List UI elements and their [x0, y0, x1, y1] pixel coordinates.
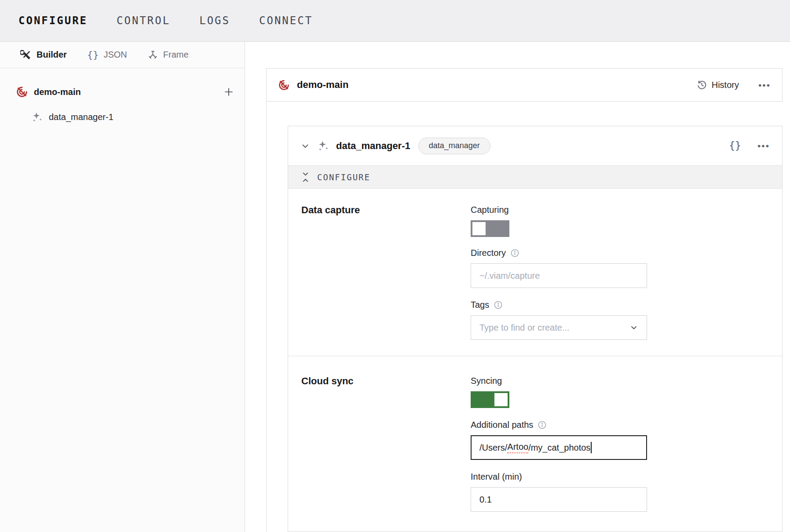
machine-part-tree: demo-main data_manager-1	[0, 68, 245, 127]
additional-paths-label: Additional paths	[471, 419, 647, 430]
group-outline	[266, 102, 267, 532]
section-heading: Data capture	[301, 204, 471, 216]
add-component-button[interactable]	[223, 87, 234, 97]
path-text: /my_cat_photos	[528, 443, 590, 453]
component-type-badge: data_manager	[418, 138, 490, 154]
main-content: demo-main History •••	[245, 42, 790, 532]
toggle-knob	[472, 222, 486, 235]
machine-menu-ellipsis-icon[interactable]: •••	[758, 80, 771, 90]
cloud-sync-section: Cloud sync Syncing Additional paths	[288, 356, 782, 525]
tags-label: Tags	[471, 299, 647, 310]
tree-item-machine[interactable]: demo-main	[0, 82, 245, 102]
interval-label: Interval (min)	[471, 471, 647, 482]
component-menu-ellipsis-icon[interactable]: •••	[757, 141, 770, 150]
sidebar-tab-label: JSON	[103, 50, 127, 60]
tags-select[interactable]: Type to find or create...	[471, 315, 647, 340]
builder-tools-icon	[20, 49, 32, 61]
tags-placeholder: Type to find or create...	[479, 323, 629, 333]
info-icon[interactable]	[538, 420, 547, 430]
history-button[interactable]: History	[696, 80, 739, 91]
misspelled-word: Artoo	[507, 442, 528, 453]
top-nav: CONFIGURE CONTROL LOGS CONNECT	[0, 0, 790, 42]
path-text: /Users/	[479, 443, 507, 453]
next-section-edge	[288, 525, 782, 532]
capturing-label: Capturing	[471, 204, 647, 215]
sidebar-tab-json[interactable]: {} JSON	[87, 50, 127, 60]
sidebar-tab-label: Frame	[163, 50, 189, 60]
capturing-toggle[interactable]	[471, 220, 509, 237]
sidebar-tab-builder[interactable]: Builder	[20, 49, 67, 61]
component-card-header: data_manager-1 data_manager {} •••	[288, 126, 782, 165]
data-capture-section: Data capture Capturing Directory	[288, 189, 782, 356]
tree-item-label: demo-main	[34, 87, 81, 97]
component-card-data-manager: data_manager-1 data_manager {} ••• CONFI…	[288, 126, 783, 532]
sidebar-mode-tabs: Builder {} JSON Frame	[0, 42, 245, 68]
sparkles-icon	[32, 111, 43, 123]
syncing-toggle[interactable]	[471, 391, 509, 408]
info-icon[interactable]	[494, 300, 503, 310]
section-heading: Cloud sync	[301, 375, 471, 387]
text-cursor	[591, 442, 592, 453]
component-title: data_manager-1	[336, 140, 410, 152]
offline-icon	[278, 79, 290, 91]
frame-axes-icon	[147, 49, 158, 60]
offline-icon	[16, 86, 28, 98]
tree-item-label: data_manager-1	[49, 112, 113, 122]
tree-item-data-manager[interactable]: data_manager-1	[0, 107, 245, 127]
additional-paths-input[interactable]: /Users/Artoo/my_cat_photos	[471, 435, 647, 460]
toggle-knob	[494, 393, 508, 406]
chevron-down-icon[interactable]	[300, 141, 310, 151]
sidebar-tab-frame[interactable]: Frame	[147, 49, 189, 60]
info-icon[interactable]	[510, 248, 519, 258]
sidebar: Builder {} JSON Frame	[0, 42, 245, 532]
nav-tab-connect[interactable]: CONNECT	[259, 15, 313, 27]
nav-tab-configure[interactable]: CONFIGURE	[18, 15, 88, 27]
collapse-vertical-icon	[301, 171, 310, 183]
history-label: History	[712, 80, 739, 90]
json-view-button[interactable]: {}	[729, 141, 741, 151]
chevron-down-icon	[629, 323, 638, 332]
directory-label: Directory	[471, 248, 647, 258]
interval-input[interactable]	[471, 487, 647, 512]
sidebar-tab-label: Builder	[37, 50, 67, 60]
nav-tab-logs[interactable]: LOGS	[199, 15, 230, 27]
history-clock-icon	[696, 80, 707, 91]
machine-header-card: demo-main History •••	[266, 68, 783, 102]
configure-bar-label: CONFIGURE	[317, 172, 370, 182]
sparkles-icon	[318, 140, 329, 152]
configure-section-bar[interactable]: CONFIGURE	[288, 165, 782, 189]
curly-braces-icon: {}	[87, 50, 99, 60]
directory-input[interactable]	[471, 263, 647, 288]
nav-tab-control[interactable]: CONTROL	[117, 15, 170, 27]
machine-title: demo-main	[297, 79, 348, 91]
syncing-label: Syncing	[471, 375, 647, 386]
